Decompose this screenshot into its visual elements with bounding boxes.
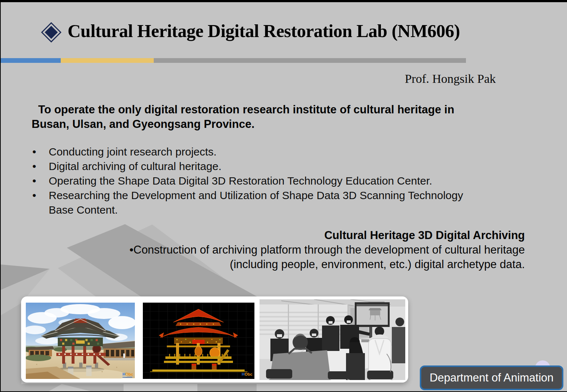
intro-line-1: To operate the only digital restoration … [32, 102, 497, 117]
meeting-photo-image [260, 299, 405, 380]
department-button[interactable]: Department of Animation [420, 365, 563, 390]
svg-text:HObc: HObc [122, 372, 133, 376]
accent-bar-gray [154, 58, 466, 63]
3d-scan-image: HObc [143, 303, 254, 379]
department-button-label: Department of Animation [430, 371, 554, 384]
gallery-card: HObc [21, 296, 408, 383]
bullet-item: Operating the Shape Data Digital 3D Rest… [32, 174, 482, 188]
screenshot-stage: Cultural Heritage Digital Restoration La… [0, 0, 567, 392]
watermark-logo: H [242, 372, 245, 376]
professor-name: Prof. Hongsik Pak [405, 72, 496, 86]
svg-text:HObc: HObc [242, 372, 252, 376]
accent-bar-gold [61, 58, 154, 63]
presentation-slide: Cultural Heritage Digital Restoration La… [1, 2, 567, 391]
archiving-section: Cultural Heritage 3D Digital Archiving •… [85, 228, 525, 272]
page-title: Cultural Heritage Digital Restoration La… [68, 20, 540, 41]
archiving-line-1: •Construction of archiving platform thro… [85, 243, 525, 257]
bullet-item: Digital archiving of cultural heritage. [32, 159, 482, 174]
intro-line-2: Busan, Ulsan, and Gyeongsang Province. [32, 117, 497, 132]
archiving-heading: Cultural Heritage 3D Digital Archiving [85, 228, 525, 243]
bullet-list: Conducting joint research projects. Digi… [32, 145, 482, 217]
diamond-bullet-icon [41, 22, 61, 43]
temple-photo-image: HObc [26, 303, 135, 379]
accent-bar [1, 58, 466, 63]
bullet-item: Conducting joint research projects. [32, 145, 482, 159]
bullet-item: Researching the Development and Utilizat… [32, 188, 482, 217]
accent-bar-blue [1, 58, 61, 63]
watermark-logo: H [122, 372, 125, 376]
intro-paragraph: To operate the only digital restoration … [32, 102, 497, 132]
archiving-line-2: (including people, environment, etc.) di… [85, 257, 525, 272]
